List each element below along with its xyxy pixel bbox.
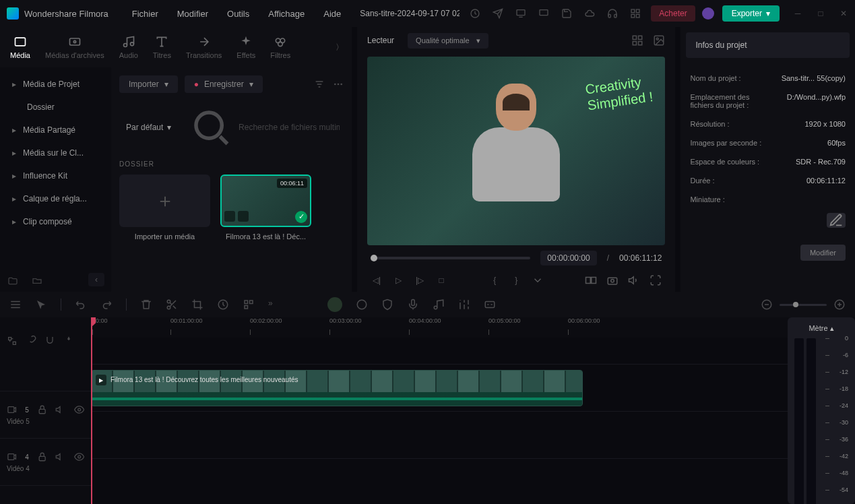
- video-viewport[interactable]: CreativitySimplified !: [367, 57, 665, 245]
- sidebar-adjustment-layer[interactable]: ▸Calque de régla...: [0, 187, 111, 210]
- timeline-row[interactable]: ▶ Filmora 13 est là ! Découvrez toutes l…: [91, 365, 855, 412]
- tl-delete-icon[interactable]: [140, 298, 152, 311]
- tl-crop-icon[interactable]: [191, 298, 203, 311]
- buy-button[interactable]: Acheter: [651, 5, 695, 22]
- new-folder-icon[interactable]: [7, 276, 19, 286]
- tab-media[interactable]: Média: [10, 35, 30, 59]
- mark-in-icon[interactable]: {: [488, 274, 501, 286]
- tl-more-icon[interactable]: »: [268, 298, 280, 311]
- track-lock-icon[interactable]: [37, 451, 47, 462]
- tab-transitions[interactable]: Transitions: [186, 35, 222, 59]
- edit-thumbnail-button[interactable]: [827, 213, 846, 228]
- track-header-video5[interactable]: 5 Vidéo 5: [0, 391, 91, 439]
- tab-effects[interactable]: Effets: [236, 35, 255, 59]
- maximize-icon[interactable]: □: [816, 9, 825, 18]
- timeline-row[interactable]: [91, 412, 855, 459]
- tl-marker-icon[interactable]: [63, 336, 74, 346]
- menu-tools[interactable]: Outils: [227, 9, 249, 19]
- tl-link2-icon[interactable]: [26, 336, 36, 346]
- import-button[interactable]: Importer▾: [119, 75, 178, 93]
- tl-color-icon[interactable]: [356, 298, 368, 311]
- picture-icon[interactable]: [653, 34, 665, 46]
- send-icon[interactable]: [493, 8, 503, 19]
- media-clip-tile[interactable]: 00:06:11 ✓ Filmora 13 est là ! Déc...: [220, 175, 311, 241]
- playhead[interactable]: [91, 317, 92, 504]
- close-icon[interactable]: ✕: [839, 9, 848, 18]
- timeline-clip[interactable]: ▶ Filmora 13 est là ! Découvrez toutes l…: [91, 370, 583, 406]
- menu-view[interactable]: Affichage: [268, 9, 305, 19]
- minimize-icon[interactable]: ─: [793, 9, 802, 18]
- screen2-icon[interactable]: [538, 8, 549, 19]
- tl-undo-icon[interactable]: [75, 298, 87, 311]
- track-visibility-icon[interactable]: [74, 404, 84, 415]
- sidebar-cloud-media[interactable]: ▸Média sur le Cl...: [0, 141, 111, 164]
- grid-view-icon[interactable]: [631, 34, 643, 46]
- marker-menu-icon[interactable]: [532, 274, 544, 286]
- compare-icon[interactable]: [585, 274, 597, 286]
- tl-redo-icon[interactable]: [100, 298, 113, 311]
- tl-pointer-icon[interactable]: [35, 298, 47, 311]
- menu-help[interactable]: Aide: [323, 9, 341, 19]
- tab-titles[interactable]: Titres: [153, 35, 171, 59]
- track-visibility-icon[interactable]: [74, 451, 84, 462]
- prev-frame-icon[interactable]: ◁|: [371, 274, 383, 286]
- tl-group-icon[interactable]: [243, 298, 255, 311]
- record-button[interactable]: ●Enregistrer▾: [185, 75, 263, 93]
- sort-select[interactable]: Par défaut▾: [119, 119, 178, 136]
- screen-icon[interactable]: [515, 8, 526, 19]
- import-media-tile[interactable]: ＋ Importer un média: [119, 175, 210, 241]
- tab-filters[interactable]: Filtres: [270, 35, 290, 59]
- volume-icon[interactable]: [628, 274, 640, 286]
- sidebar-influence-kit[interactable]: ▸Influence Kit: [0, 164, 111, 187]
- zoom-slider[interactable]: [780, 304, 827, 306]
- collapse-sidebar-icon[interactable]: ‹: [88, 273, 104, 286]
- tl-speed-icon[interactable]: [217, 298, 229, 311]
- track-mute-icon[interactable]: [55, 451, 65, 462]
- snapshot-icon[interactable]: [606, 274, 619, 286]
- tl-music-icon[interactable]: [433, 298, 445, 311]
- modify-button[interactable]: Modifier: [800, 245, 846, 261]
- menu-edit[interactable]: Modifier: [177, 9, 208, 19]
- export-button[interactable]: Exporter▾: [722, 5, 780, 22]
- tl-mic-icon[interactable]: [407, 298, 419, 311]
- tl-magnet-icon[interactable]: [44, 336, 55, 346]
- meter-title[interactable]: Mètre ▴: [794, 324, 848, 333]
- quality-select[interactable]: Qualité optimale▾: [408, 33, 488, 49]
- folder-icon[interactable]: [31, 276, 43, 286]
- filter-icon[interactable]: [314, 79, 325, 90]
- save-icon[interactable]: [561, 8, 572, 19]
- cloud-icon[interactable]: [584, 8, 595, 19]
- seek-slider[interactable]: [371, 257, 530, 259]
- tl-link-icon[interactable]: [7, 336, 18, 346]
- tabs-more-icon[interactable]: 〉: [336, 42, 344, 53]
- stop-icon[interactable]: □: [435, 274, 447, 286]
- tl-cut-icon[interactable]: [166, 298, 178, 311]
- tl-caption-icon[interactable]: [484, 298, 496, 311]
- timeline-row[interactable]: [91, 338, 855, 365]
- zoom-in-icon[interactable]: [833, 298, 846, 311]
- timecode-current[interactable]: 00:00:00:00: [540, 251, 596, 265]
- headphones-icon[interactable]: [607, 8, 618, 19]
- track-header-video4[interactable]: 4 Vidéo 4: [0, 439, 91, 486]
- tab-stock[interactable]: Médias d'archives: [45, 35, 104, 59]
- sidebar-folder[interactable]: Dossier: [0, 96, 111, 119]
- tl-shield-icon[interactable]: [381, 298, 393, 311]
- mark-out-icon[interactable]: }: [510, 274, 522, 286]
- search-input[interactable]: [185, 101, 344, 154]
- tl-tracks-icon[interactable]: [9, 298, 22, 311]
- timeline-ruler[interactable]: 00:00 00:01:00:00 00:02:00:00 00:03:00:0…: [91, 317, 855, 338]
- sidebar-project-media[interactable]: ▸Média de Projet: [0, 73, 111, 96]
- play-icon[interactable]: ▷: [392, 274, 404, 286]
- zoom-out-icon[interactable]: [761, 298, 773, 311]
- tl-ai-icon[interactable]: [327, 297, 342, 312]
- fullscreen-icon[interactable]: [650, 274, 662, 286]
- history-icon[interactable]: [470, 8, 480, 19]
- tl-mixer-icon[interactable]: [458, 298, 470, 311]
- sidebar-compound-clip[interactable]: ▸Clip composé: [0, 210, 111, 233]
- track-mute-icon[interactable]: [55, 404, 65, 415]
- menu-file[interactable]: Fichier: [132, 9, 158, 19]
- sidebar-shared-media[interactable]: ▸Média Partagé: [0, 119, 111, 141]
- tab-audio[interactable]: Audio: [119, 35, 138, 59]
- more-icon[interactable]: [333, 79, 344, 90]
- grid-icon[interactable]: [630, 8, 641, 19]
